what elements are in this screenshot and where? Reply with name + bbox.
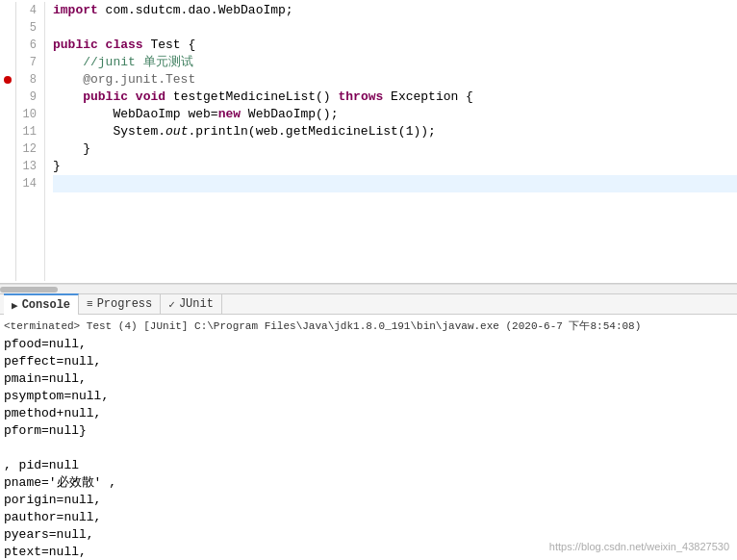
horizontal-scrollbar[interactable]: [0, 284, 737, 293]
output-line-2: peffect=null,: [4, 353, 733, 370]
output-line-5: pmethod+null,: [4, 405, 733, 422]
code-line-6: public class Test {: [53, 37, 737, 54]
code-line-12: }: [53, 140, 737, 158]
output-line-blank: [4, 440, 733, 457]
output-line-8: pname='必效散' ,: [4, 474, 733, 492]
code-line-10: WebDaoImp web=new WebDaoImp();: [53, 106, 737, 123]
scrollbar-thumb[interactable]: [0, 287, 58, 293]
progress-tab-label: Progress: [97, 297, 153, 311]
console-tab-label: Console: [22, 298, 70, 312]
code-content[interactable]: import com.sdutcm.dao.WebDaoImp; public …: [45, 2, 737, 281]
output-line-7: , pid=null: [4, 457, 733, 474]
code-line-8: @org.junit.Test: [53, 71, 737, 89]
line-numbers: 4 5 6 7 8 9 10 11 12 13 14: [16, 2, 45, 281]
console-icon: ▶: [12, 299, 18, 312]
console-tab[interactable]: ▶ Console: [4, 293, 79, 315]
code-line-13: }: [53, 158, 737, 175]
code-line-4: import com.sdutcm.dao.WebDaoImp;: [53, 2, 737, 19]
console-output-area[interactable]: <terminated> Test (4) [JUnit] C:\Program…: [0, 315, 737, 560]
output-line-10: pauthor=null,: [4, 509, 733, 526]
output-line-9: porigin=null,: [4, 492, 733, 509]
breakpoint-gutter: [0, 2, 16, 281]
output-line-6: pform=null}: [4, 422, 733, 440]
code-editor: 4 5 6 7 8 9 10 11 12 13 14 import com.sd…: [0, 0, 737, 284]
code-line-9: public void testgetMedicineList() throws…: [53, 89, 737, 106]
junit-icon: ✓: [168, 298, 175, 311]
console-output: pfood=null, peffect=null, pmain=null, ps…: [4, 336, 733, 560]
console-header: <terminated> Test (4) [JUnit] C:\Program…: [4, 317, 733, 336]
progress-icon: ≡: [87, 298, 93, 310]
code-line-7: //junit 单元测试: [53, 54, 737, 71]
output-line-1: pfood=null,: [4, 336, 733, 353]
code-line-14: [53, 175, 737, 192]
junit-tab[interactable]: ✓ JUnit: [161, 293, 222, 315]
progress-tab[interactable]: ≡ Progress: [79, 293, 161, 315]
bottom-panel-tabs: ▶ Console ≡ Progress ✓ JUnit: [0, 293, 737, 315]
output-line-3: pmain=null,: [4, 370, 733, 388]
junit-tab-label: JUnit: [179, 297, 214, 311]
code-line-11: System.out.println(web.getMedicineList(1…: [53, 123, 737, 140]
code-line-5: [53, 19, 737, 37]
output-line-4: psymptom=null,: [4, 388, 733, 405]
watermark: https://blog.csdn.net/weixin_43827530: [549, 541, 729, 552]
